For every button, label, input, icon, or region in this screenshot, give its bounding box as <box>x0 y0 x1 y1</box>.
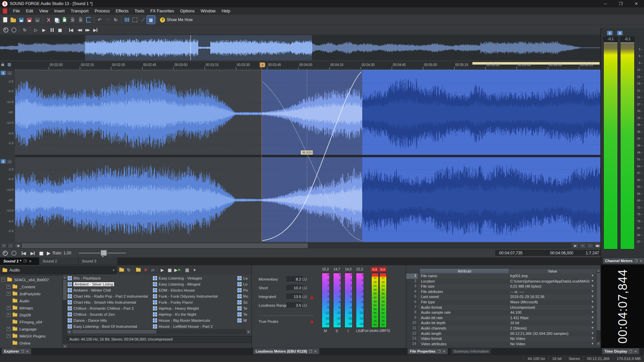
zoom-selection-button[interactable]: ◀▶ <box>594 243 601 248</box>
play-icon[interactable]: ▶ <box>40 26 48 34</box>
record-icon[interactable] <box>1 249 9 257</box>
file-item[interactable]: House - Big Room Mastercuts <box>153 317 236 323</box>
value-dropdown-icon[interactable]: ▼ <box>591 305 594 309</box>
value-dropdown-icon[interactable]: ▼ <box>591 295 594 298</box>
property-row[interactable]: 6File typeWave (Microsoft)▼ <box>406 300 595 305</box>
property-row[interactable]: 11Audio channels2 (Stereo)▼ <box>406 326 595 331</box>
go-to-start-icon[interactable]: ◀ <box>67 26 75 34</box>
menu-help[interactable]: Help <box>219 7 233 15</box>
chevron-down-icon[interactable]: ▾ <box>113 268 114 272</box>
property-row[interactable]: 9Audio bit rate1.411 Kbps▼ <box>406 315 595 321</box>
tree-item-3rdpartyinfo[interactable]: +3rdPartyInfo <box>7 290 41 297</box>
menu-insert[interactable]: Insert <box>51 7 68 15</box>
value-dropdown-icon[interactable]: ▼ <box>591 331 594 335</box>
record-icon[interactable] <box>2 26 10 34</box>
paste-special-icon[interactable] <box>68 16 76 24</box>
tree-item-sfacl_x64_bld007[interactable]: −SFACL_x64_Bld007 <box>1 276 49 283</box>
tab-summary-information[interactable]: Summary Information <box>451 348 491 355</box>
time-ruler[interactable]: ▦ 0 00:02:0000:02:1500:02:3000:02:4500:0… <box>0 61 600 70</box>
tab-explorer[interactable]: Explorer❐✕ <box>1 348 32 355</box>
save-as-icon[interactable] <box>25 16 33 24</box>
undo-icon[interactable]: ↶ <box>96 16 104 24</box>
scroll-up-icon[interactable]: ▲ <box>63 275 67 279</box>
zoom-time-in-button[interactable]: + <box>580 243 586 248</box>
play-preview-button[interactable]: ▶ <box>159 266 166 273</box>
reset-integrated-button[interactable] <box>311 297 313 299</box>
value-dropdown-icon[interactable]: ▼ <box>591 342 594 345</box>
menu-fx-favorites[interactable]: FX Favorites <box>147 7 177 15</box>
add-folder-button[interactable]: + <box>135 266 142 273</box>
redo-icon[interactable]: ↷ <box>104 16 112 24</box>
tree-item-_content[interactable]: +_Content <box>7 283 35 290</box>
pause-icon[interactable] <box>48 26 56 34</box>
close-icon[interactable]: ✕ <box>640 259 642 263</box>
trim-icon[interactable] <box>85 16 93 24</box>
file-item[interactable]: Chart Hits - Smash Hits Instrumental <box>68 299 152 305</box>
close-button[interactable]: ✕ <box>629 0 644 7</box>
close-icon[interactable]: ✕ <box>442 350 445 353</box>
tree-item-ffmpeg_x64[interactable]: FFmpeg_x64 <box>7 318 42 325</box>
tree-item-language[interactable]: +Language <box>7 325 37 333</box>
zoom-out-button[interactable]: − <box>7 243 14 248</box>
menu-tools[interactable]: Tools <box>131 7 147 15</box>
reset-true-peaks-button[interactable] <box>311 321 313 323</box>
channel-minimize-button[interactable]: − <box>7 159 12 164</box>
file-item[interactable]: Te <box>237 311 252 317</box>
float-icon[interactable]: ❐ <box>21 350 24 353</box>
lock-icon[interactable] <box>1 64 4 66</box>
value-dropdown-icon[interactable]: ▼ <box>591 284 594 288</box>
file-item[interactable]: Easy Listening - Best Of Instrumental <box>68 323 152 329</box>
value-dropdown-icon[interactable]: ▼ <box>591 337 594 340</box>
menu-file[interactable]: File <box>10 7 23 15</box>
value-dropdown-icon[interactable]: ▼ <box>591 326 594 329</box>
file-list-scrollbar[interactable]: ◀ ▶ <box>67 329 251 334</box>
tree-item-bitmaps[interactable]: +bitmaps <box>7 304 33 311</box>
save-icon[interactable] <box>17 16 25 24</box>
tree-scrollbar[interactable]: ▲ ▼ <box>62 275 67 348</box>
tree-item-audio[interactable]: Audio <box>7 297 29 304</box>
tree-item-online[interactable]: Online <box>7 340 31 347</box>
property-row[interactable]: 5Last saved2019-01-29 16:32:36▼ <box>406 294 595 300</box>
path-dropdown[interactable]: Audio ▾ <box>1 266 117 274</box>
expand-icon[interactable]: + <box>7 285 10 289</box>
property-row[interactable]: 13Video formatNo Video▼ <box>406 336 595 342</box>
restore-icon[interactable]: ❐ <box>23 259 26 263</box>
refresh-button[interactable]: ↻ <box>125 266 132 273</box>
value-dropdown-icon[interactable]: ▼ <box>591 279 594 283</box>
file-item[interactable]: House - Leftfield House - Part 2 <box>153 323 236 329</box>
property-row[interactable]: 12Audio length00:12:21,366 (32.694.280 s… <box>406 331 595 337</box>
file-item[interactable]: EDM - Electro House <box>153 287 236 293</box>
value-dropdown-icon[interactable]: ▼ <box>591 290 594 293</box>
overview-waveform[interactable] <box>0 35 600 60</box>
record-remote-icon[interactable] <box>10 26 18 34</box>
open-file-icon[interactable] <box>9 16 17 24</box>
channel-minimize-button[interactable]: − <box>7 71 12 76</box>
zoom-time-out-button[interactable]: − <box>587 243 593 248</box>
snap-icon[interactable]: ▦ <box>7 62 11 66</box>
tab-time-display[interactable]: Time Display❐✕ <box>602 348 640 355</box>
tree-scrollbar-thumb[interactable] <box>63 280 67 300</box>
tab-sound-1[interactable]: Sound 1 *❐✕ <box>0 257 39 265</box>
waveform-display[interactable] <box>15 70 600 242</box>
statistics-icon[interactable] <box>123 16 131 24</box>
property-row[interactable]: 1File namefrg001.tmp▼ <box>406 274 595 279</box>
value-dropdown-icon[interactable]: ▼ <box>591 310 594 314</box>
file-item[interactable]: HipHop - Heavy Weight <box>153 305 236 311</box>
file-item[interactable]: Chillout - Romantic Chillout - Part 2 <box>68 305 152 311</box>
scroll-right-button[interactable]: ▶ <box>572 243 579 248</box>
expand-icon[interactable]: + <box>7 334 10 338</box>
pencil-tool-icon[interactable] <box>139 16 147 24</box>
expand-icon[interactable]: + <box>7 313 10 317</box>
tab-file-properties[interactable]: File Properties❐✕ <box>407 348 448 355</box>
expand-icon[interactable]: + <box>7 292 10 296</box>
file-item[interactable]: Lo <box>237 281 252 287</box>
tab-sound-3[interactable]: Sound 3 <box>78 257 118 265</box>
scroll-left-button[interactable]: ◀ <box>15 243 21 248</box>
file-item[interactable]: Easy Listening - Vintages <box>153 275 236 281</box>
property-row[interactable]: 10Audio bit depth16 bit▼ <box>406 320 595 326</box>
property-row[interactable]: 4File attributes- --a- ----▼ <box>406 289 595 295</box>
collapse-icon[interactable]: − <box>1 278 5 282</box>
auto-preview-button[interactable]: ▶ <box>174 266 180 273</box>
horizontal-scrollbar[interactable] <box>21 243 571 248</box>
marker-flag[interactable]: 0 <box>260 62 265 67</box>
